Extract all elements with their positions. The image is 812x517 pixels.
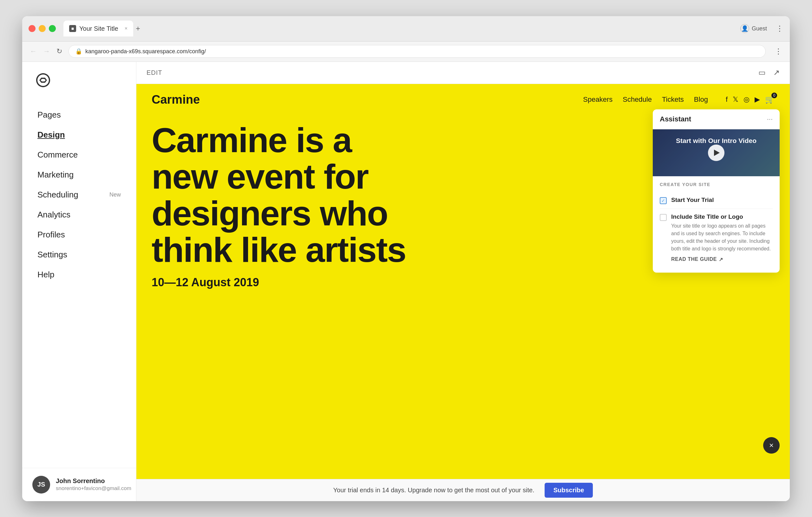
checkbox-logo[interactable] [660,214,667,221]
marketing-label: Marketing [37,170,74,180]
tab-close-button[interactable]: × [125,26,127,31]
site-nav-speakers[interactable]: Speakers [583,95,612,104]
preview-area: EDIT ▭ ↗ Carmine Speakers Schedule Ticke… [136,62,790,501]
profiles-label: Profiles [37,230,65,240]
external-link-icon: ↗ [719,256,723,263]
twitter-icon[interactable]: 𝕏 [733,95,738,104]
user-initials: JS [37,481,45,488]
analytics-label: Analytics [37,210,70,220]
sidebar-item-scheduling[interactable]: Scheduling New [22,185,136,205]
external-link-icon[interactable]: ↗ [773,68,780,77]
main-content: Pages Design Commerce Marketing Scheduli… [22,62,790,501]
help-label: Help [37,270,54,280]
user-name: John Sorrentino [56,477,131,485]
tab-bar: ■ Your Site Title × + [63,21,735,36]
sidebar: Pages Design Commerce Marketing Scheduli… [22,62,136,501]
checklist-item-logo: Include Site Title or Logo Your site tit… [660,209,773,267]
back-button[interactable]: ← [30,47,37,56]
sidebar-item-help[interactable]: Help [22,265,136,285]
edit-toolbar: EDIT ▭ ↗ [136,62,790,84]
settings-label: Settings [37,250,67,260]
active-tab[interactable]: ■ Your Site Title × [63,21,133,36]
checkbox-trial[interactable]: ✓ [660,197,667,204]
close-traffic-light[interactable] [29,25,35,32]
sidebar-logo [22,62,136,100]
assistant-title: Assistant [660,115,691,123]
sidebar-user[interactable]: JS John Sorrentino snorentino+favicon@gm… [22,468,136,501]
sidebar-item-analytics[interactable]: Analytics [22,205,136,225]
squarespace-logo-icon [35,72,51,88]
scheduling-badge: New [110,191,121,198]
scheduling-label: Scheduling [37,190,78,200]
instagram-icon[interactable]: ◎ [744,95,750,104]
site-nav-tickets[interactable]: Tickets [662,95,684,104]
toolbar-actions: ▭ ↗ [758,68,780,77]
edit-label: EDIT [147,69,163,77]
tab-title: Your Site Title [79,25,118,32]
sidebar-item-profiles[interactable]: Profiles [22,225,136,245]
commerce-label: Commerce [37,150,78,160]
guest-label: Guest [752,25,767,32]
address-field[interactable]: 🔒 kangaroo-panda-x69s.squarespace.com/co… [68,45,766,58]
site-brand: Carmine [152,93,200,107]
site-nav: Speakers Schedule Tickets Blog f 𝕏 ◎ ▶ 🛒 [583,95,775,104]
checklist-title-trial: Start Your Trial [671,196,714,204]
section-label: CREATE YOUR SITE [660,182,773,187]
assistant-body: CREATE YOUR SITE ✓ Start Your Trial [653,176,780,273]
cart-badge: 0 [772,93,777,98]
mobile-preview-icon[interactable]: ▭ [758,68,766,77]
browser-menu-button[interactable]: ⋮ [776,24,783,33]
sidebar-item-design[interactable]: Design [22,125,136,145]
assistant-menu-button[interactable]: ··· [767,115,773,123]
hero-date: 10—12 August 2019 [152,276,775,289]
minimize-traffic-light[interactable] [39,25,46,32]
address-text: kangaroo-panda-x69s.squarespace.com/conf… [85,48,206,55]
new-tab-button[interactable]: + [136,24,140,33]
site-nav-blog[interactable]: Blog [694,95,708,104]
sidebar-item-settings[interactable]: Settings [22,245,136,265]
trial-text: Your trial ends in 14 days. Upgrade now … [334,487,534,494]
guest-badge: 👤 Guest [740,24,767,33]
guest-icon: 👤 [740,24,749,33]
address-bar: ← → ↻ 🔒 kangaroo-panda-x69s.squarespace.… [22,41,790,62]
play-button[interactable] [708,145,724,161]
cart-icon[interactable]: 🛒 0 [765,95,775,104]
close-icon: × [769,441,774,450]
tab-favicon: ■ [69,25,76,32]
sidebar-nav: Pages Design Commerce Marketing Scheduli… [22,100,136,468]
checklist-item-trial: ✓ Start Your Trial [660,192,773,209]
youtube-icon[interactable]: ▶ [755,95,760,104]
traffic-lights [29,25,56,32]
facebook-icon[interactable]: f [726,95,728,104]
intro-video-thumbnail[interactable]: Start with Our Intro Video [653,129,780,176]
assistant-header: Assistant ··· [653,109,780,129]
forward-button[interactable]: → [43,47,50,56]
checklist-content-logo: Include Site Title or Logo Your site tit… [671,213,773,263]
sidebar-item-commerce[interactable]: Commerce [22,145,136,165]
checklist-content-trial: Start Your Trial [671,196,714,204]
assistant-close-button[interactable]: × [763,437,780,454]
read-guide-text: READ THE GUIDE [671,256,717,262]
site-nav-schedule[interactable]: Schedule [622,95,652,104]
design-label: Design [37,130,65,140]
window-controls: 👤 Guest ⋮ [740,24,783,33]
read-guide-link[interactable]: READ THE GUIDE ↗ [671,256,773,263]
checklist-title-logo: Include Site Title or Logo [671,213,773,220]
browser-options-button[interactable]: ⋮ [775,47,782,56]
sidebar-item-marketing[interactable]: Marketing [22,165,136,185]
site-social-icons: f 𝕏 ◎ ▶ 🛒 0 [726,95,775,104]
user-email: snorentino+favicon@gmail.com [56,485,131,492]
avatar: JS [32,476,50,493]
assistant-panel: Assistant ··· Start with Our Intro Video… [653,109,780,273]
trial-banner: Your trial ends in 14 days. Upgrade now … [136,479,790,501]
lock-icon: 🔒 [75,48,82,55]
checkmark-icon: ✓ [661,198,665,203]
browser-window: ■ Your Site Title × + 👤 Guest ⋮ ← → ↻ 🔒 … [22,16,790,501]
refresh-button[interactable]: ↻ [56,47,62,56]
fullscreen-traffic-light[interactable] [49,25,56,32]
subscribe-button[interactable]: Subscribe [545,483,593,498]
pages-label: Pages [37,110,61,120]
title-bar: ■ Your Site Title × + 👤 Guest ⋮ [22,16,790,41]
checklist-desc-logo: Your site title or logo appears on all p… [671,222,773,253]
sidebar-item-pages[interactable]: Pages [22,105,136,125]
